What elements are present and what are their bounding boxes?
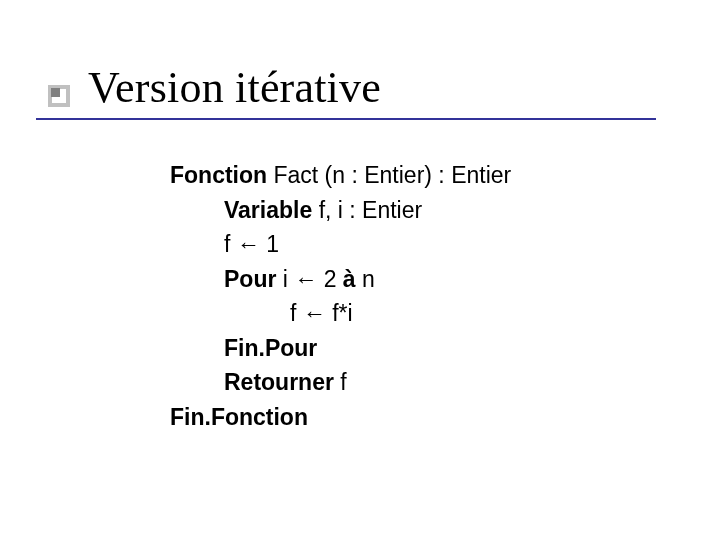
code-text: Fact (n : Entier) : Entier: [273, 162, 511, 188]
square-bullet-icon: [48, 85, 70, 107]
code-text: f: [340, 369, 346, 395]
title-block: Version itérative: [48, 62, 381, 113]
kw-pour: Pour: [224, 266, 276, 292]
kw-finpour: Fin.Pour: [224, 335, 317, 361]
code-line: f ← f*i: [290, 296, 511, 331]
code-text: f ← 1: [224, 231, 279, 257]
code-line: Fonction Fact (n : Entier) : Entier: [170, 158, 511, 193]
code-line: Retourner f: [224, 365, 511, 400]
code-line: Variable f, i : Entier: [224, 193, 511, 228]
code-line: Pour i ← 2 à n: [224, 262, 511, 297]
code-body: Fonction Fact (n : Entier) : Entier Vari…: [170, 158, 511, 434]
kw-finfonction: Fin.Fonction: [170, 404, 308, 430]
slide-title: Version itérative: [88, 62, 381, 113]
code-line: Fin.Pour: [224, 331, 511, 366]
kw-variable: Variable: [224, 197, 312, 223]
title-underline: [36, 118, 656, 120]
code-text: f ← f*i: [290, 300, 353, 326]
kw-retourner: Retourner: [224, 369, 334, 395]
code-text: i ← 2: [283, 266, 343, 292]
code-line: Fin.Fonction: [170, 400, 511, 435]
code-line: f ← 1: [224, 227, 511, 262]
code-text: n: [362, 266, 375, 292]
kw-a: à: [343, 266, 356, 292]
kw-fonction: Fonction: [170, 162, 267, 188]
code-text: f, i : Entier: [319, 197, 423, 223]
